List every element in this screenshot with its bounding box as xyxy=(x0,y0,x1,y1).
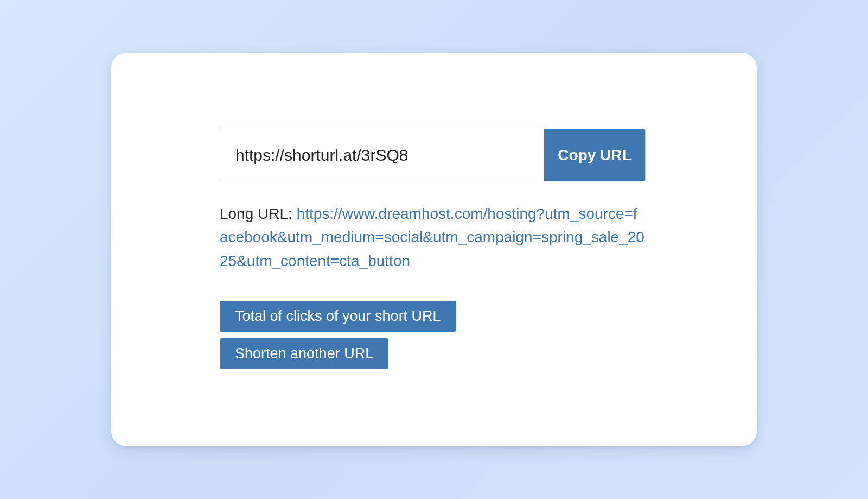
short-url-row: Copy URL xyxy=(220,129,646,181)
short-url-input[interactable] xyxy=(220,129,544,181)
long-url-block: Long URL: https://www.dreamhost.com/host… xyxy=(220,202,646,273)
content-inner: Copy URL Long URL: https://www.dreamhost… xyxy=(220,129,646,369)
long-url-prefix: Long URL: xyxy=(220,205,297,222)
action-buttons: Total of clicks of your short URL Shorte… xyxy=(220,301,646,369)
shorten-another-button[interactable]: Shorten another URL xyxy=(220,338,388,369)
copy-url-button[interactable]: Copy URL xyxy=(544,129,645,181)
total-clicks-button[interactable]: Total of clicks of your short URL xyxy=(220,301,456,332)
result-card: Copy URL Long URL: https://www.dreamhost… xyxy=(111,53,757,446)
